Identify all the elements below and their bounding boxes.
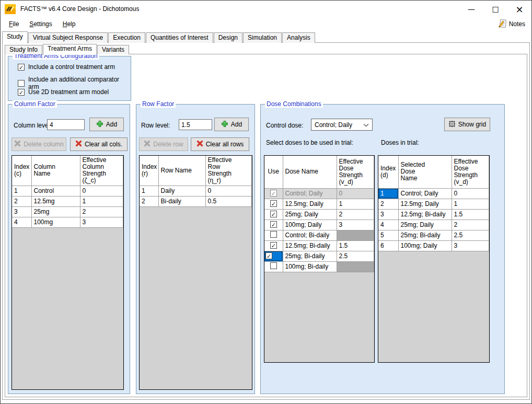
config-option-use-2d-treatment-arm-model[interactable]: ✓Use 2D treatment arm model xyxy=(18,88,109,96)
add-column-button[interactable]: Add xyxy=(89,118,124,131)
minimize-button[interactable]: — xyxy=(459,1,483,17)
grid-cell[interactable]: 2 xyxy=(378,199,398,209)
show-grid-button[interactable]: Show grid xyxy=(444,118,490,131)
grid-cell[interactable]: 4 xyxy=(378,220,398,230)
tab-execution[interactable]: Execution xyxy=(108,32,145,43)
grid-cell[interactable]: 3 xyxy=(12,206,31,217)
grid-cell[interactable]: 0 xyxy=(205,186,252,196)
menu-help[interactable]: Help xyxy=(57,19,81,29)
use-cell[interactable]: ✓ xyxy=(264,220,283,230)
grid-cell[interactable]: 4 xyxy=(12,217,31,227)
grid-cell[interactable]: 5 xyxy=(378,230,398,240)
maximize-button[interactable]: □ xyxy=(483,1,507,17)
close-button[interactable]: × xyxy=(507,1,531,17)
use-cell[interactable]: ✓ xyxy=(264,188,283,199)
grid-cell[interactable]: 2 xyxy=(140,196,158,206)
notes-button[interactable]: Notes xyxy=(496,18,527,30)
use-checkbox-checked[interactable]: ✓ xyxy=(270,200,277,207)
clear-all-columns-button[interactable]: Clear all cols. xyxy=(70,137,128,151)
tab-design[interactable]: Design xyxy=(214,32,242,43)
use-checkbox-checked[interactable]: ✓ xyxy=(270,221,277,228)
checkbox-checked[interactable]: ✓ xyxy=(18,64,25,71)
grid-cell[interactable]: 100mg; Daily xyxy=(398,240,452,251)
use-checkbox-checked[interactable]: ✓ xyxy=(265,252,272,259)
grid-cell[interactable]: 0.5 xyxy=(205,196,252,206)
use-checkbox-unchecked[interactable] xyxy=(270,231,277,238)
use-checkbox-checked[interactable]: ✓ xyxy=(270,242,277,249)
grid-cell[interactable]: 1.5 xyxy=(337,240,374,251)
use-cell[interactable] xyxy=(264,230,283,240)
grid-cell[interactable]: Daily xyxy=(158,186,205,196)
row-level-input[interactable] xyxy=(179,119,212,130)
grid-cell[interactable]: 25mg; Daily xyxy=(283,209,337,220)
use-cell[interactable]: ✓ xyxy=(264,199,283,209)
delete-column-button[interactable]: Delete column xyxy=(11,137,66,151)
grid-cell[interactable]: 6 xyxy=(378,240,398,251)
grid-cell[interactable]: 1 xyxy=(12,186,31,196)
tab-study[interactable]: Study xyxy=(2,31,28,43)
grid-cell[interactable]: Control; Bi-daily xyxy=(283,230,337,240)
grid-cell[interactable]: 1 xyxy=(337,199,374,209)
config-option-include-a-control-treatment-arm[interactable]: ✓Include a control treatment arm xyxy=(18,63,115,71)
subtab-study-info[interactable]: Study Info xyxy=(5,45,42,54)
grid-cell[interactable]: 2.5 xyxy=(337,251,374,261)
grid-cell[interactable]: 3 xyxy=(337,220,374,230)
add-row-button[interactable]: Add xyxy=(214,118,249,131)
grid-cell[interactable]: 12.5mg xyxy=(31,196,80,206)
checkbox-unchecked[interactable] xyxy=(18,80,25,87)
grid-cell[interactable]: 0 xyxy=(452,188,489,199)
column-level-input[interactable] xyxy=(47,119,85,130)
grid-cell[interactable]: 0 xyxy=(80,186,123,196)
clear-all-rows-button[interactable]: Clear all rows xyxy=(191,137,249,151)
grid-cell[interactable]: 1 xyxy=(140,186,158,196)
use-cell[interactable]: ✓ xyxy=(264,240,283,251)
menu-file[interactable]: File xyxy=(4,19,24,29)
use-cell[interactable]: ✓ xyxy=(264,209,283,220)
grid-cell[interactable]: 2.5 xyxy=(452,230,489,240)
delete-row-button[interactable]: Delete row xyxy=(139,137,188,151)
grid-cell[interactable]: 3 xyxy=(452,240,489,251)
grid-cell[interactable]: 25mg; Daily xyxy=(398,220,452,230)
grid-cell[interactable]: 25mg; Bi-daily xyxy=(283,251,337,261)
grid-cell[interactable]: 100mg; Daily xyxy=(283,220,337,230)
grid-cell[interactable]: 100mg; Bi-daily xyxy=(283,261,337,272)
grid-cell[interactable]: 2 xyxy=(452,220,489,230)
grid-cell[interactable]: 3 xyxy=(378,209,398,220)
grid-cell[interactable]: Control; Daily xyxy=(398,188,452,199)
grid-cell[interactable]: 1.5 xyxy=(452,209,489,220)
grid-cell[interactable]: 2 xyxy=(12,196,31,206)
use-checkbox-checked[interactable]: ✓ xyxy=(270,211,277,217)
grid-cell[interactable]: 1 xyxy=(80,196,123,206)
subtab-variants[interactable]: Variants xyxy=(97,45,129,54)
grid-cell[interactable]: 2 xyxy=(337,209,374,220)
grid-cell[interactable]: 12.5mg; Daily xyxy=(283,199,337,209)
tab-simulation[interactable]: Simulation xyxy=(243,32,282,43)
grid-cell[interactable] xyxy=(337,261,374,272)
grid-cell[interactable]: 100mg xyxy=(31,217,80,227)
use-checkbox-checked[interactable]: ✓ xyxy=(270,190,277,197)
grid-cell[interactable]: 12.5mg; Bi-daily xyxy=(283,240,337,251)
grid-cell[interactable]: 1 xyxy=(452,199,489,209)
control-dose-select[interactable]: Control; Daily xyxy=(311,119,373,131)
tab-virtual-subject-response[interactable]: Virtual Subject Response xyxy=(28,32,108,43)
grid-cell[interactable]: 25mg xyxy=(31,206,80,217)
subtab-treatment-arms[interactable]: Treatment Arms xyxy=(43,44,97,55)
grid-cell[interactable] xyxy=(337,230,374,240)
grid-cell[interactable]: Control xyxy=(31,186,80,196)
menu-settings[interactable]: Settings xyxy=(24,19,57,29)
grid-cell[interactable]: 2 xyxy=(80,206,123,217)
grid-cell[interactable]: 0 xyxy=(337,188,374,199)
use-checkbox-unchecked[interactable] xyxy=(270,262,277,269)
grid-cell[interactable]: 25mg; Bi-daily xyxy=(398,230,452,240)
tab-analysis[interactable]: Analysis xyxy=(282,32,315,43)
grid-cell[interactable]: 3 xyxy=(80,217,123,227)
use-cell[interactable]: ✓ xyxy=(264,251,283,261)
use-cell[interactable] xyxy=(264,261,283,272)
tab-quantities-of-interest[interactable]: Quantities of Interest xyxy=(146,32,213,43)
grid-cell[interactable]: 1 xyxy=(378,188,398,199)
grid-cell[interactable]: 12.5mg; Bi-daily xyxy=(398,209,452,220)
grid-cell[interactable]: Control; Daily xyxy=(283,188,337,199)
grid-cell[interactable]: 12.5mg; Daily xyxy=(398,199,452,209)
grid-cell[interactable]: Bi-daily xyxy=(158,196,205,206)
checkbox-checked[interactable]: ✓ xyxy=(18,89,25,96)
